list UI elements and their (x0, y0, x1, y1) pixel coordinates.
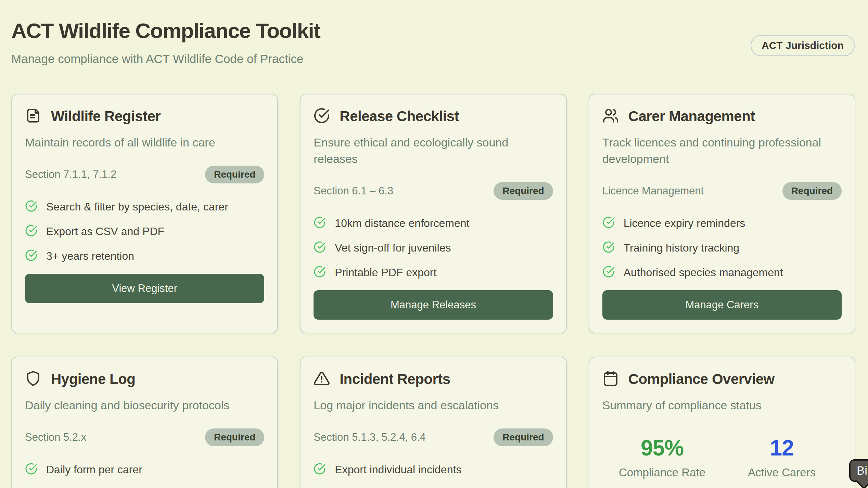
feature-list: Search & filter by species, date, carer … (25, 200, 264, 263)
card-carer-management: Carer Management Track licences and cont… (589, 94, 855, 333)
check-circle-icon (314, 463, 326, 476)
stat-value: 95% (602, 435, 722, 461)
check-circle-icon (314, 241, 326, 255)
check-circle-icon (314, 266, 326, 279)
manage-carers-button[interactable]: Manage Carers (602, 290, 842, 320)
feature-list: 10km distance enforcement Vet sign-off f… (314, 216, 553, 279)
manage-releases-button[interactable]: Manage Releases (314, 290, 553, 320)
list-item: 10km distance enforcement (314, 216, 553, 230)
list-item: Printable PDF export (314, 266, 553, 279)
check-circle-icon (25, 224, 37, 238)
hover-tooltip: Bir (849, 459, 868, 482)
card-description: Maintain records of all wildlife in care (25, 134, 264, 151)
feature-list: Daily form per carer Admin log viewer (25, 463, 264, 488)
shield-icon (25, 370, 41, 388)
card-description: Summary of compliance status (602, 397, 842, 413)
stat-active-carers: 12 Active Carers (722, 435, 842, 479)
card-wildlife-register: Wildlife Register Maintain records of al… (11, 94, 278, 333)
card-title: Wildlife Register (51, 108, 161, 125)
list-item: Training history tracking (602, 241, 842, 255)
page-title: ACT Wildlife Compliance Toolkit (11, 17, 855, 44)
file-text-icon (25, 107, 41, 125)
required-badge: Required (494, 428, 553, 446)
card-title: Hygiene Log (51, 371, 136, 387)
card-title: Carer Management (628, 108, 755, 125)
card-description: Track licences and continuing profession… (602, 134, 842, 167)
list-item: Daily form per carer (25, 463, 264, 476)
list-item: Licence expiry reminders (602, 216, 842, 230)
card-title: Compliance Overview (628, 371, 775, 387)
list-item: Search & filter by species, date, carer (25, 200, 264, 214)
view-register-button[interactable]: View Register (25, 274, 264, 303)
required-badge: Required (205, 428, 264, 446)
stat-value: 12 (722, 435, 842, 461)
check-circle-icon (25, 463, 37, 476)
feature-list: Export individual incidents Admin filter… (314, 463, 553, 488)
card-description: Daily cleaning and biosecurity protocols (25, 397, 264, 413)
required-badge: Required (494, 182, 553, 200)
list-item: 3+ years retention (25, 249, 264, 263)
page: ACT Wildlife Compliance Toolkit Manage c… (0, 0, 868, 488)
stats-row: 95% Compliance Rate 12 Active Carers (602, 435, 842, 479)
calendar-icon (602, 370, 619, 388)
section-reference: Section 5.1.3, 5.2.4, 6.4 (314, 431, 425, 444)
check-circle-icon (602, 216, 615, 230)
card-grid: Wildlife Register Maintain records of al… (11, 94, 855, 488)
card-title: Incident Reports (340, 371, 450, 387)
list-item: Authorised species management (602, 266, 842, 279)
alert-triangle-icon (314, 370, 330, 388)
stat-compliance-rate: 95% Compliance Rate (602, 435, 722, 479)
check-circle-icon (25, 249, 37, 263)
list-item: Export as CSV and PDF (25, 224, 264, 238)
required-badge: Required (782, 182, 842, 200)
check-circle-icon (314, 216, 326, 230)
list-item: Export individual incidents (314, 463, 553, 476)
card-release-checklist: Release Checklist Ensure ethical and eco… (300, 94, 566, 333)
section-reference: Licence Management (602, 185, 704, 197)
section-reference: Section 7.1.1, 7.1.2 (25, 168, 116, 181)
page-subtitle: Manage compliance with ACT Wildlife Code… (11, 51, 855, 66)
check-circle-icon (602, 266, 615, 279)
stat-label: Compliance Rate (602, 466, 722, 479)
jurisdiction-badge: ACT Jurisdiction (751, 35, 855, 56)
card-compliance-overview: Compliance Overview Summary of complianc… (589, 357, 855, 488)
stat-label: Active Carers (722, 466, 842, 479)
card-description: Ensure ethical and ecologically sound re… (314, 134, 553, 167)
check-circle-icon (314, 107, 330, 125)
section-reference: Section 6.1 – 6.3 (314, 185, 393, 197)
card-hygiene-log: Hygiene Log Daily cleaning and biosecuri… (11, 357, 278, 488)
header: ACT Wildlife Compliance Toolkit Manage c… (11, 17, 855, 66)
feature-list: Licence expiry reminders Training histor… (602, 216, 842, 279)
users-icon (602, 107, 619, 125)
section-reference: Section 5.2.x (25, 431, 86, 444)
list-item: Vet sign-off for juveniles (314, 241, 553, 255)
card-incident-reports: Incident Reports Log major incidents and… (300, 357, 566, 488)
check-circle-icon (602, 241, 615, 255)
card-title: Release Checklist (340, 108, 459, 125)
check-circle-icon (25, 200, 37, 214)
card-description: Log major incidents and escalations (314, 397, 553, 413)
required-badge: Required (205, 166, 264, 183)
